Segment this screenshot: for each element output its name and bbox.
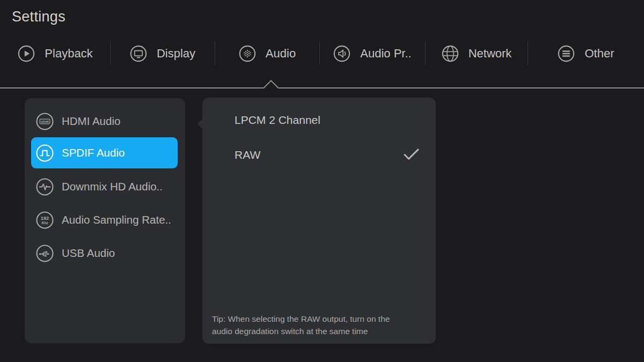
option-label: LPCM 2 Channel [235,114,320,127]
tab-other[interactable]: Other [528,38,644,70]
tab-network[interactable]: Network [425,38,528,70]
svg-text:192: 192 [41,216,49,221]
tab-audio[interactable]: Audio [215,38,319,70]
option-lpcm-2-channel[interactable]: LPCM 2 Channel [235,113,423,128]
waveform-icon [36,178,54,196]
sidebar-item-label: HDMI Audio [62,115,120,128]
menu-circle-icon [557,45,575,63]
sidebar-item-usb-audio[interactable]: USB Audio [31,238,178,269]
tab-label: Playback [45,47,92,61]
tab-playback[interactable]: Playback [0,38,110,70]
sidebar-item-label: Downmix HD Audio.. [62,180,163,193]
sidebar-item-label: SPDIF Audio [62,146,125,159]
tab-display[interactable]: Display [110,38,215,70]
option-raw[interactable]: RAW [235,147,423,162]
display-icon [129,45,148,63]
speaker-icon [333,45,351,63]
tab-label: Audio [266,47,296,61]
globe-icon [441,45,459,63]
sidebar-item-label: Audio Sampling Rate.. [62,213,171,226]
tab-label: Audio Pr.. [360,47,411,61]
tab-audio-priority[interactable]: Audio Pr.. [319,38,425,70]
play-circle-icon [17,45,35,63]
sampling-rate-icon: 192 Khz [36,211,54,229]
page-title: Settings [12,9,65,25]
settings-tab-bar: Playback Display Audio Audio Pr.. [0,38,644,70]
sidebar-item-downmix-hd-audio[interactable]: Downmix HD Audio.. [31,171,178,202]
tab-label: Other [584,47,614,61]
sidebar-item-label: USB Audio [62,247,115,260]
equalizer-icon [238,45,257,63]
hdmi-icon: HDMI [36,113,54,130]
svg-text:Khz: Khz [41,220,48,224]
spdif-pulse-icon [36,144,54,162]
panel-pointer-notch [197,119,202,129]
tab-divider-line [0,87,644,88]
option-label: RAW [235,149,260,161]
active-tab-caret [262,80,280,88]
tip-text: Tip: When selecting the RAW output, turn… [212,313,412,337]
tab-label: Display [157,47,195,61]
audio-settings-list-panel: HDMI HDMI Audio SPDIF Audio Downmix HD A… [25,98,185,343]
check-icon [403,148,420,161]
svg-text:HDMI: HDMI [41,120,49,123]
spdif-audio-options-panel: LPCM 2 Channel RAW Tip: When selecting t… [202,98,436,344]
usb-icon [36,245,54,262]
sidebar-item-hdmi-audio[interactable]: HDMI HDMI Audio [31,106,178,137]
sidebar-item-spdif-audio[interactable]: SPDIF Audio [31,137,178,168]
sidebar-item-audio-sampling-rate[interactable]: 192 Khz Audio Sampling Rate.. [31,204,178,235]
tab-label: Network [469,47,512,61]
